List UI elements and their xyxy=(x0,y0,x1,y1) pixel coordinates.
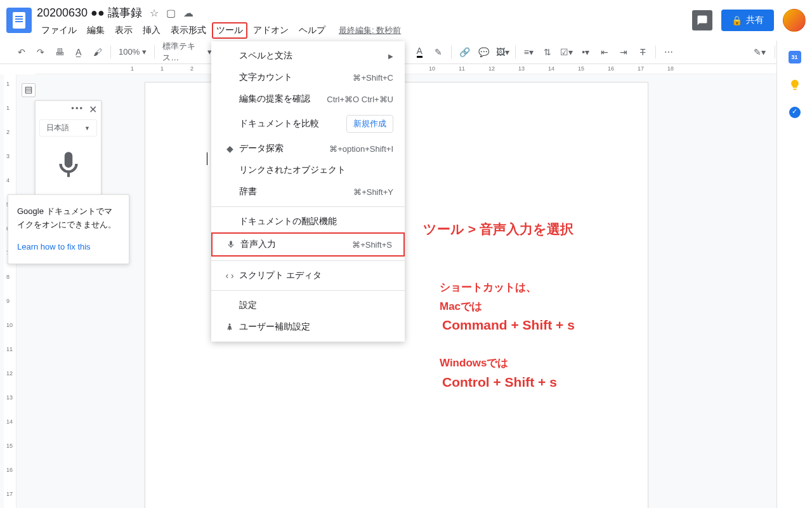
dropdown-shortcut: ⌘+Shift+S xyxy=(352,240,392,250)
paint-format-button[interactable]: 🖌 xyxy=(89,43,107,61)
zoom-dropdown[interactable]: 100%▾ xyxy=(115,44,150,60)
microphone-button[interactable] xyxy=(49,145,88,185)
menu-view[interactable]: 表示 xyxy=(110,22,137,39)
more-button[interactable]: ⋯ xyxy=(660,43,678,61)
<>-icon: ‹ › xyxy=(223,271,237,281)
dropdown-label: スペルと文法 xyxy=(239,50,388,62)
indent-button[interactable]: ⇥ xyxy=(615,43,632,61)
◆-icon: ◆ xyxy=(223,144,237,154)
menu-insert[interactable]: 挿入 xyxy=(138,22,165,39)
style-dropdown[interactable]: 標準テキス…▾ xyxy=(159,44,216,60)
outline-toggle[interactable] xyxy=(22,83,36,97)
calendar-icon[interactable]: 31 xyxy=(789,51,801,64)
menu-format[interactable]: 表示形式 xyxy=(166,22,211,39)
keep-icon[interactable] xyxy=(789,79,801,91)
dropdown-item[interactable]: 文字カウント⌘+Shift+C xyxy=(211,67,405,88)
svg-point-3 xyxy=(229,323,231,325)
dropdown-item[interactable]: 音声入力⌘+Shift+S xyxy=(211,232,405,257)
spellcheck-button[interactable]: A̲ xyxy=(70,43,88,61)
close-icon[interactable]: ✕ xyxy=(89,104,97,116)
menu-addons[interactable]: アドオン xyxy=(249,22,293,39)
dropdown-label: 編集の提案を確認 xyxy=(239,93,327,105)
annotation-1: ツール > 音声入力を選択 xyxy=(423,220,573,238)
tasks-icon[interactable] xyxy=(789,107,801,118)
voice-language-dropdown[interactable]: 日本語▼ xyxy=(39,119,97,137)
tools-dropdown: スペルと文法▶文字カウント⌘+Shift+C編集の提案を確認Ctrl+⌘O Ct… xyxy=(211,41,405,342)
dropdown-label: ドキュメントを比較 xyxy=(239,118,346,130)
vertical-ruler[interactable]: 11234567891011121314151617 xyxy=(4,74,16,508)
annotation-6: Control + Shift + s xyxy=(442,375,557,390)
redo-button[interactable]: ↷ xyxy=(32,43,49,61)
mic-icon xyxy=(224,240,238,249)
last-edit-link[interactable]: 最終編集: 数秒前 xyxy=(339,25,401,36)
star-icon[interactable]: ☆ xyxy=(150,7,159,19)
menu-bar: ファイル 編集 表示 挿入 表示形式 ツール アドオン ヘルプ 最終編集: 数秒… xyxy=(37,22,692,39)
move-icon[interactable]: ▢ xyxy=(166,7,176,19)
person-icon xyxy=(223,323,237,331)
docs-logo[interactable] xyxy=(6,8,32,33)
account-avatar[interactable] xyxy=(783,9,806,32)
dropdown-item[interactable]: ドキュメントを比較新規作成 xyxy=(211,110,405,138)
toolbar: ↶ ↷ 🖶 A̲ 🖌 100%▾ 標準テキス…▾ A ✎ 🔗 💬 🖼▾ ≡▾ ⇅… xyxy=(0,40,812,64)
app-header: 20200630 ●● 議事録 ☆ ▢ ☁ ファイル 編集 表示 挿入 表示形式… xyxy=(0,0,812,40)
insert-image-button[interactable]: 🖼▾ xyxy=(494,43,511,61)
dropdown-item[interactable]: ‹ ›スクリプト エディタ xyxy=(211,265,405,286)
dropdown-label: 音声入力 xyxy=(240,239,352,250)
insert-link-button[interactable]: 🔗 xyxy=(455,43,473,61)
dropdown-item[interactable]: ◆データ探索⌘+option+Shift+I xyxy=(211,138,405,159)
checklist-button[interactable]: ☑▾ xyxy=(558,43,575,61)
title-area: 20200630 ●● 議事録 ☆ ▢ ☁ ファイル 編集 表示 挿入 表示形式… xyxy=(37,5,692,39)
menu-file[interactable]: ファイル xyxy=(37,22,81,39)
share-button[interactable]: 🔒 共有 xyxy=(721,10,774,31)
submenu-arrow-icon: ▶ xyxy=(388,53,393,60)
dropdown-inline-button[interactable]: 新規作成 xyxy=(346,115,393,133)
dropdown-item[interactable]: ユーザー補助設定 xyxy=(211,316,405,338)
horizontal-ruler[interactable]: 1123456789101112131415161718 xyxy=(36,64,776,74)
text-color-button[interactable]: A xyxy=(410,43,428,61)
voice-error-text: Google ドキュメントでマイクをオンにできません。 xyxy=(17,205,120,232)
menu-help[interactable]: ヘルプ xyxy=(294,22,330,39)
text-caret xyxy=(207,152,207,165)
svg-rect-0 xyxy=(25,87,31,93)
menu-tools[interactable]: ツール xyxy=(212,22,247,39)
dropdown-label: 辞書 xyxy=(239,186,353,197)
print-button[interactable]: 🖶 xyxy=(51,43,69,61)
dropdown-item[interactable]: スペルと文法▶ xyxy=(211,45,405,67)
dropdown-item[interactable]: 設定 xyxy=(211,295,405,316)
dropdown-shortcut: Ctrl+⌘O Ctrl+⌘U xyxy=(327,95,393,104)
dropdown-label: リンクされたオブジェクト xyxy=(239,164,393,176)
dropdown-label: ドキュメントの翻訳機能 xyxy=(239,216,393,227)
dropdown-label: スクリプト エディタ xyxy=(239,270,393,281)
menu-edit[interactable]: 編集 xyxy=(82,22,109,39)
insert-comment-button[interactable]: 💬 xyxy=(475,43,492,61)
dropdown-shortcut: ⌘+option+Shift+I xyxy=(329,144,393,154)
clear-format-button[interactable]: T xyxy=(634,43,652,61)
line-spacing-button[interactable]: ⇅ xyxy=(539,43,556,61)
dropdown-item[interactable]: 編集の提案を確認Ctrl+⌘O Ctrl+⌘U xyxy=(211,88,405,110)
dropdown-item[interactable]: リンクされたオブジェクト xyxy=(211,159,405,181)
editing-mode-button[interactable]: ✎▾ xyxy=(750,43,768,61)
dropdown-shortcut: ⌘+Shift+Y xyxy=(353,187,393,197)
highlight-button[interactable]: ✎ xyxy=(429,43,447,61)
undo-button[interactable]: ↶ xyxy=(13,43,30,61)
dropdown-label: 文字カウント xyxy=(239,72,353,83)
dropdown-label: データ探索 xyxy=(239,143,329,154)
outdent-button[interactable]: ⇤ xyxy=(596,43,613,61)
align-button[interactable]: ≡▾ xyxy=(520,43,537,61)
cloud-icon[interactable]: ☁ xyxy=(183,7,193,19)
annotation-5: Windowsでは xyxy=(440,356,508,370)
dropdown-item[interactable]: 辞書⌘+Shift+Y xyxy=(211,181,405,203)
annotation-3: Macでは xyxy=(440,299,482,314)
lock-icon: 🔒 xyxy=(731,15,742,25)
voice-menu-icon[interactable]: ••• xyxy=(71,104,84,116)
voice-fix-link[interactable]: Learn how to fix this xyxy=(17,241,91,254)
document-title[interactable]: 20200630 ●● 議事録 xyxy=(37,5,142,20)
comments-button[interactable] xyxy=(692,10,712,30)
side-panel: 31 xyxy=(776,41,812,508)
dropdown-item[interactable]: ドキュメントの翻訳機能 xyxy=(211,211,405,232)
voice-input-panel: ••• ✕ 日本語▼ xyxy=(35,100,102,196)
dropdown-label: ユーザー補助設定 xyxy=(239,321,393,333)
bulleted-list-button[interactable]: •▾ xyxy=(577,43,594,61)
dropdown-label: 設定 xyxy=(239,300,393,311)
share-label: 共有 xyxy=(746,15,764,26)
